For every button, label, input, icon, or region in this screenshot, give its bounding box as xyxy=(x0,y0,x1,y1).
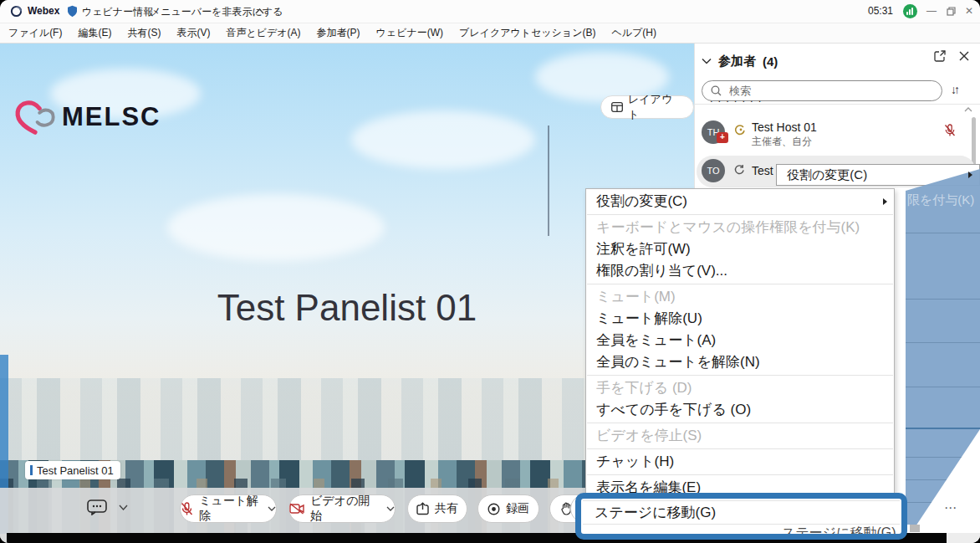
layout-button[interactable]: レイアウト xyxy=(600,95,694,119)
name-tag-label: Test Panelist 01 xyxy=(37,464,114,477)
menu-bar: ファイル(F) 編集(E) 共有(S) 表示(V) 音声とビデオ(A) 参加者(… xyxy=(0,23,980,44)
webex-window: Webex ウェビナー情報 メニューバーを非表示にする 05:31 — ✕ ファ… xyxy=(0,0,980,543)
menu-separator xyxy=(587,284,893,284)
record-button[interactable]: 録画 xyxy=(477,494,539,523)
chevron-up-icon[interactable] xyxy=(255,8,264,14)
menu-item-stop-video: ビデオを停止(S) xyxy=(586,425,894,447)
menu-participants[interactable]: 参加者(P) xyxy=(317,26,360,40)
menu-audio-video[interactable]: 音声とビデオ(A) xyxy=(226,26,300,40)
app-title: Webex xyxy=(28,5,59,17)
tower-art xyxy=(548,126,549,236)
unmute-chevron-down-icon[interactable] xyxy=(268,506,276,511)
start-video-button[interactable]: ビデオの開始 xyxy=(288,494,396,523)
share-button-label: 共有 xyxy=(435,501,458,516)
menu-item-assign-privilege[interactable]: 権限の割り当て(V)... xyxy=(586,260,894,282)
record-icon xyxy=(487,503,500,515)
avatar: TO xyxy=(702,159,725,182)
menu-item-mute-all[interactable]: 全員をミュート(A) xyxy=(586,330,894,351)
participants-title: 参加者 xyxy=(718,54,756,69)
search-icon xyxy=(711,85,722,96)
menu-item-unmute-all[interactable]: 全員のミュートを解除(N) xyxy=(586,351,894,373)
menu-item-lower-hand: 手を下げる (D) xyxy=(586,377,894,399)
menu-item-unmute[interactable]: ミュート解除(U) xyxy=(586,308,894,330)
submenu-arrow-icon xyxy=(968,172,972,178)
menu-item-mute: ミュート(M) xyxy=(586,286,894,308)
menu-webinar[interactable]: ウェビナー(W) xyxy=(376,26,443,40)
menu-separator xyxy=(587,375,893,376)
title-bar: Webex ウェビナー情報 メニューバーを非表示にする 05:31 — ✕ xyxy=(0,0,980,23)
ghost-menu-fragment: 限を付与(K) xyxy=(907,192,974,208)
name-tag-bar xyxy=(30,465,33,475)
participant-row-host[interactable]: TH + Test Host 01 主催者、自分 xyxy=(697,117,977,154)
webinar-info-label[interactable]: ウェビナー情報 xyxy=(82,5,153,19)
melsc-logo: MELSC xyxy=(13,99,161,136)
move-to-stage-highlight[interactable]: ステージに移動(G) ステージに移動(G) xyxy=(575,493,907,540)
minimize-button[interactable]: — xyxy=(924,3,939,18)
sort-icon[interactable]: ↓↑ xyxy=(951,83,957,96)
connection-quality-icon[interactable] xyxy=(903,4,917,18)
menu-separator xyxy=(587,448,893,449)
muted-mic-icon[interactable] xyxy=(944,124,956,137)
menu-item-change-role[interactable]: 役割の変更(C) xyxy=(586,191,894,213)
menu-separator xyxy=(587,214,893,215)
melsc-heart-icon xyxy=(13,99,57,136)
panel-chevron-down-icon[interactable] xyxy=(702,58,712,64)
menu-breakout[interactable]: ブレイクアウトセッション(B) xyxy=(459,26,595,40)
cloud-art xyxy=(167,194,385,261)
ghost-duplicate-item: ステージに移動(G) xyxy=(581,525,901,534)
scroll-up-icon[interactable] xyxy=(964,107,972,112)
start-video-button-label: ビデオの開始 xyxy=(310,494,380,524)
avatar-status-badge: + xyxy=(717,132,728,143)
menu-edit[interactable]: 編集(E) xyxy=(78,26,111,40)
menu-view[interactable]: 表示(V) xyxy=(176,26,210,40)
participants-count: (4) xyxy=(763,54,778,69)
menu-item-lower-all-hands[interactable]: すべての手を下げる (O) xyxy=(586,399,894,421)
menu-help[interactable]: ヘルプ(H) xyxy=(611,26,656,40)
chat-chevron-down-icon[interactable] xyxy=(119,505,128,510)
close-panel-icon[interactable] xyxy=(959,51,969,61)
camera-off-icon xyxy=(289,503,304,515)
participant-role: 主催者、自分 xyxy=(752,135,812,149)
clipped-section-header: ....... xyxy=(710,98,877,105)
meeting-timer: 05:31 xyxy=(868,5,893,17)
participant-name: Test Host 01 xyxy=(752,120,817,134)
menu-item-grant-control: キーボードとマウスの操作権限を付与(K) xyxy=(586,217,894,238)
share-button[interactable]: 共有 xyxy=(407,494,467,523)
restore-button[interactable] xyxy=(943,4,958,19)
popout-panel-icon[interactable] xyxy=(934,50,946,62)
cloud-art xyxy=(351,110,535,169)
share-icon xyxy=(416,502,429,515)
layout-grid-icon xyxy=(611,102,623,112)
menu-file[interactable]: ファイル(F) xyxy=(8,26,62,40)
menu-item-chat[interactable]: チャット(H) xyxy=(586,451,894,473)
participant-context-menu: 役割の変更(C) キーボードとマウスの操作権限を付与(K) 注釈を許可(W) 権… xyxy=(585,188,895,533)
scrollbar-end-grip xyxy=(910,525,920,532)
menu-separator xyxy=(587,474,893,475)
floating-role-menu-label: 役割の変更(C) xyxy=(787,167,867,183)
mic-off-icon xyxy=(181,502,193,516)
menu-item-allow-annotate[interactable]: 注釈を許可(W) xyxy=(586,238,894,260)
melsc-logo-text: MELSC xyxy=(62,102,161,132)
close-button[interactable]: ✕ xyxy=(962,3,977,18)
connecting-refresh-icon xyxy=(733,164,745,176)
search-input[interactable] xyxy=(727,84,933,98)
chat-icon[interactable] xyxy=(87,499,107,515)
webinar-info-shield-icon[interactable] xyxy=(67,5,78,18)
submenu-arrow-icon xyxy=(883,198,887,205)
panel-more-options[interactable]: ⋯ xyxy=(944,500,958,515)
layout-button-label: レイアウト xyxy=(628,92,683,122)
video-name-tag: Test Panelist 01 xyxy=(25,461,120,479)
unmute-button-label: ミュート解除 xyxy=(199,494,262,524)
window-bottom-corner xyxy=(947,533,980,543)
host-status-icon xyxy=(733,124,746,136)
menu-share[interactable]: 共有(S) xyxy=(127,26,161,40)
menu-separator xyxy=(587,423,893,423)
webex-logo-icon xyxy=(10,5,23,18)
unmute-button[interactable]: ミュート解除 xyxy=(180,494,277,523)
video-chevron-down-icon[interactable] xyxy=(386,506,395,511)
record-button-label: 録画 xyxy=(506,501,529,516)
menu-item-move-to-stage[interactable]: ステージに移動(G) xyxy=(581,501,901,524)
